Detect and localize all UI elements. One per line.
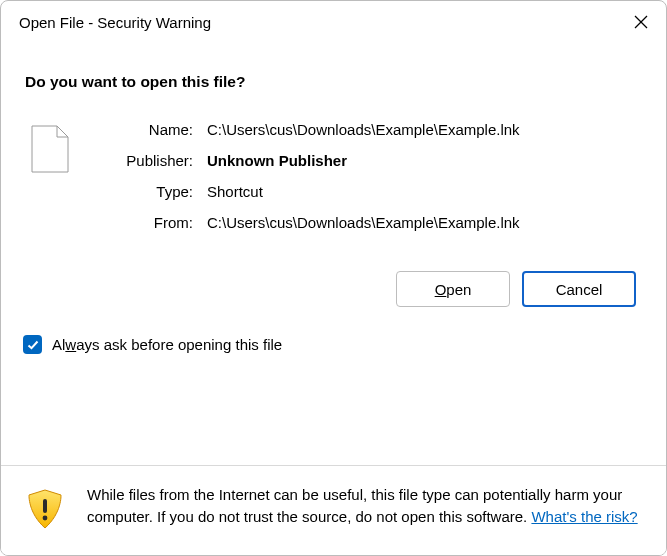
always-ask-prefix: Al [52,336,65,353]
file-icon [31,125,69,231]
type-label: Type: [103,183,193,200]
cancel-button[interactable]: Cancel [522,271,636,307]
always-ask-checkbox[interactable] [23,335,42,354]
type-value: Shortcut [207,183,520,200]
file-info-block: Name: C:\Users\cus\Downloads\Example\Exa… [25,121,638,231]
dialog-content: Do you want to open this file? Name: C:\… [1,43,666,465]
always-ask-accel: w [65,336,76,353]
close-icon [634,15,648,29]
titlebar: Open File - Security Warning [1,1,666,43]
check-icon [27,339,39,351]
open-button[interactable]: Open [396,271,510,307]
whats-the-risk-link[interactable]: What's the risk? [531,508,637,525]
footer-text: While files from the Internet can be use… [87,484,642,528]
always-ask-rest: ays ask before opening this file [76,336,282,353]
shield-warning-icon [25,488,65,533]
name-value: C:\Users\cus\Downloads\Example\Example.l… [207,121,520,138]
always-ask-label[interactable]: Always ask before opening this file [52,336,282,353]
file-info-table: Name: C:\Users\cus\Downloads\Example\Exa… [103,121,520,231]
close-button[interactable] [616,1,666,43]
cancel-label: Cancel [556,281,603,298]
publisher-value: Unknown Publisher [207,152,520,169]
button-row: Open Cancel [25,271,638,307]
open-label-rest: pen [446,281,471,298]
footer: While files from the Internet can be use… [1,466,666,555]
open-accel: O [435,281,447,298]
dialog-heading: Do you want to open this file? [25,73,638,91]
from-label: From: [103,214,193,231]
publisher-label: Publisher: [103,152,193,169]
window-title: Open File - Security Warning [19,14,211,31]
always-ask-row: Always ask before opening this file [23,335,638,354]
from-value: C:\Users\cus\Downloads\Example\Example.l… [207,214,520,231]
security-warning-dialog: Open File - Security Warning Do you want… [0,0,667,556]
svg-point-3 [43,516,48,521]
svg-rect-2 [43,499,47,513]
name-label: Name: [103,121,193,138]
